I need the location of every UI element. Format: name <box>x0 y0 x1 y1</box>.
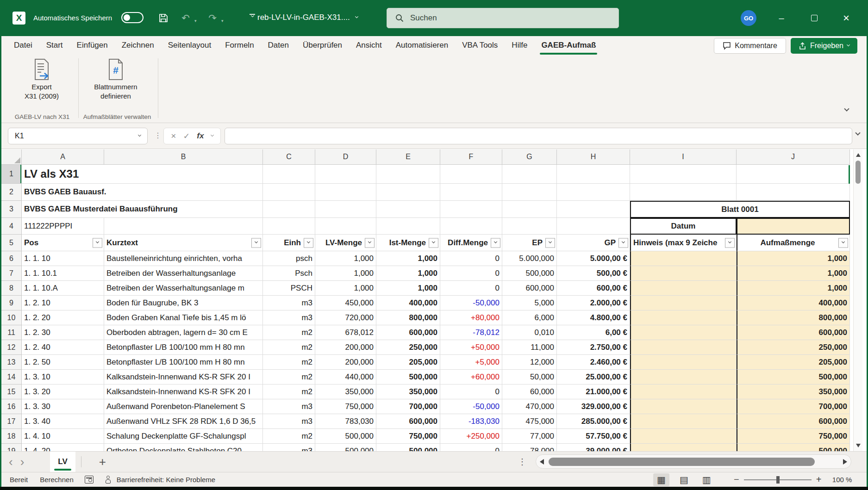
filter-button[interactable] <box>365 238 375 248</box>
name-box[interactable]: K1 <box>8 128 148 144</box>
filter-button[interactable] <box>93 238 102 248</box>
sheet-tab-lv[interactable]: LV <box>50 452 75 472</box>
filter-button[interactable] <box>491 238 500 248</box>
ribbon-tab-automatisieren[interactable]: Automatisieren <box>389 36 455 55</box>
cell-lv-menge[interactable]: 678,012 <box>315 325 376 340</box>
cell-einh[interactable]: m2 <box>263 370 315 385</box>
filter-button[interactable] <box>251 238 261 248</box>
cell-einh[interactable]: m2 <box>263 429 315 444</box>
cell-einh[interactable]: m2 <box>263 340 315 355</box>
filter-button[interactable] <box>725 238 735 248</box>
cell-hinweis[interactable] <box>630 340 737 355</box>
cell-diff-menge[interactable]: 0 <box>440 281 502 296</box>
cell-ist-menge[interactable]: 205,000 <box>376 355 440 370</box>
ribbon-tab--berpr-fen[interactable]: Überprüfen <box>296 36 349 55</box>
ribbon-tab-zeichnen[interactable]: Zeichnen <box>115 36 161 55</box>
cell-kurztext[interactable]: Betonpflaster L/B 100/100 mm H 80 mn <box>104 340 263 355</box>
cell-kurztext[interactable]: Kalksandstein-Innenwand KS-R SFK 20 I <box>104 370 263 385</box>
header-gp[interactable]: GP <box>557 235 630 251</box>
cell-pos[interactable]: 1. 3. 30 <box>22 399 104 414</box>
cell-einh[interactable]: m3 <box>263 414 315 429</box>
cell-ep[interactable]: 470,000 <box>502 399 557 414</box>
cell-diff-menge[interactable]: +50,000 <box>440 340 502 355</box>
row-header-14[interactable]: 14 <box>1 370 22 385</box>
row-header-15[interactable]: 15 <box>1 385 22 399</box>
column-header-c[interactable]: C <box>263 149 315 165</box>
confirm-icon[interactable]: ✓ <box>183 131 190 141</box>
column-header-j[interactable]: J <box>737 149 850 165</box>
cell-ep[interactable]: 0,010 <box>502 325 557 340</box>
cell-hinweis[interactable] <box>630 385 737 399</box>
cell-pos[interactable]: 1. 2. 50 <box>22 355 104 370</box>
cell-gp[interactable]: 5.000,00 € <box>557 251 630 266</box>
cell-ep[interactable]: 5,000 <box>502 296 557 310</box>
row-header-17[interactable]: 17 <box>1 414 22 429</box>
header-lv-menge[interactable]: LV-Menge <box>315 235 376 251</box>
row-header-13[interactable]: 13 <box>1 355 22 370</box>
cell-hinweis[interactable] <box>630 414 737 429</box>
cell-ist-menge[interactable]: 1,000 <box>376 251 440 266</box>
zoom-level[interactable]: 100 % <box>826 476 852 484</box>
cell-ist-menge[interactable]: 600,000 <box>376 414 440 429</box>
page-break-view-icon[interactable]: ▥ <box>699 473 715 486</box>
row-header-7[interactable]: 7 <box>1 266 22 281</box>
redo-icon[interactable]: ↷ <box>206 12 219 24</box>
macro-record-icon[interactable] <box>85 476 94 484</box>
comments-button[interactable]: Kommentare <box>714 38 786 54</box>
document-title[interactable]: reb-LV-LV-in-GAEB-X31.... <box>257 13 358 22</box>
cell-aufmassmenge[interactable]: 500,000 <box>737 370 850 385</box>
cell-j4[interactable] <box>737 218 850 235</box>
header-diff-menge[interactable]: Diff.Menge <box>440 235 502 251</box>
minimize-button[interactable]: – <box>771 0 792 36</box>
cell-hinweis[interactable] <box>630 310 737 325</box>
cell-diff-menge[interactable]: +5,000 <box>440 355 502 370</box>
cell-ist-menge[interactable]: 500,000 <box>376 370 440 385</box>
cell-pos[interactable]: 1. 3. 10 <box>22 370 104 385</box>
scroll-right-icon[interactable] <box>843 459 847 465</box>
cell-lv-menge[interactable]: 440,000 <box>315 370 376 385</box>
cell-a1[interactable]: LV als X31 <box>22 165 263 184</box>
cell-diff-menge[interactable]: 0 <box>440 385 502 399</box>
cell-kurztext[interactable]: Boden Graben Kanal Tiefe bis 1,45 m lö <box>104 310 263 325</box>
cell-gp[interactable]: 500,00 € <box>557 266 630 281</box>
cell-kurztext[interactable]: Außenwand VHLz SFK 28 RDK 1,6 D 36,5 <box>104 414 263 429</box>
cell-einh[interactable]: m3 <box>263 296 315 310</box>
cell-ist-menge[interactable]: 1,000 <box>376 266 440 281</box>
cell-lv-menge[interactable]: 1,000 <box>315 251 376 266</box>
scroll-left-icon[interactable] <box>540 459 544 465</box>
cell-lv-menge[interactable]: 350,000 <box>315 385 376 399</box>
select-all-corner[interactable] <box>1 149 22 165</box>
cell-ep[interactable]: 78,000 <box>502 444 557 451</box>
cell-diff-menge[interactable]: +80,000 <box>440 310 502 325</box>
cell-lv-menge[interactable]: 200,000 <box>315 340 376 355</box>
autosave-toggle[interactable] <box>121 12 144 23</box>
cell-kurztext[interactable]: Betreiben der Wasserhaltungsanlage m <box>104 281 263 296</box>
ribbon-tab-seitenlayout[interactable]: Seitenlayout <box>161 36 219 55</box>
sheet-next-icon[interactable]: › <box>20 456 32 468</box>
ribbon-tab-hilfe[interactable]: Hilfe <box>505 36 534 55</box>
column-header-e[interactable]: E <box>376 149 440 165</box>
cell-lv-menge[interactable]: 750,000 <box>315 399 376 414</box>
page-layout-view-icon[interactable]: ▤ <box>676 473 692 486</box>
cell-gp[interactable]: 57.750,00 € <box>557 429 630 444</box>
cell-gp[interactable]: 2.460,00 € <box>557 355 630 370</box>
filter-button[interactable] <box>838 238 848 248</box>
cell-aufmassmenge[interactable]: 250,000 <box>737 340 850 355</box>
export-x31-button[interactable]: ExportX31 (2009) <box>12 58 72 101</box>
formula-bar-expand-icon[interactable] <box>855 130 860 136</box>
blattnummern-definieren-button[interactable]: # Blattnummerndefinieren <box>86 58 146 101</box>
cell-diff-menge[interactable]: -50,000 <box>440 399 502 414</box>
column-header-g[interactable]: G <box>502 149 557 165</box>
sheetbar-dots-icon[interactable]: ⋮ <box>518 457 527 467</box>
cell-lv-menge[interactable]: 1,000 <box>315 281 376 296</box>
cell-gp[interactable]: 2.750,00 € <box>557 340 630 355</box>
cell-kurztext[interactable]: Boden für Baugrube, BK 3 <box>104 296 263 310</box>
cell-lv-menge[interactable]: 200,000 <box>315 355 376 370</box>
header-aufmassmenge[interactable]: Aufmaßmenge <box>737 235 850 251</box>
cell-ep[interactable]: 12,000 <box>502 355 557 370</box>
cell-ep[interactable]: 60,000 <box>502 385 557 399</box>
cell-lv-menge[interactable]: 500,000 <box>315 429 376 444</box>
header-ep[interactable]: EP <box>502 235 557 251</box>
cell-gp[interactable]: 21.000,00 € <box>557 385 630 399</box>
redo-chevron-icon[interactable]: ▾ <box>221 19 224 23</box>
